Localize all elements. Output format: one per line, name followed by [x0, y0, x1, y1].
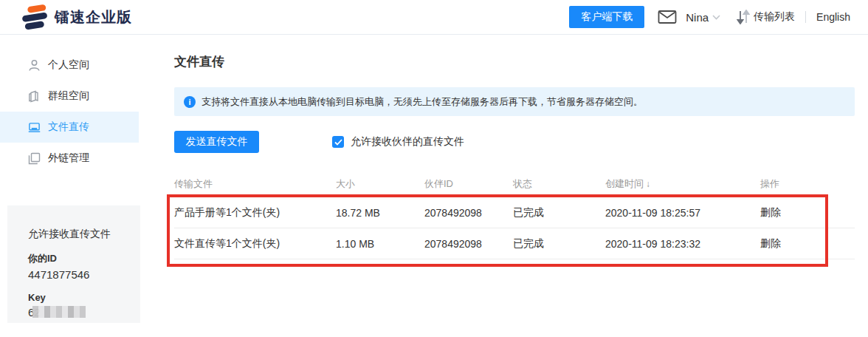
controls-row: 发送直传文件 允许接收伙伴的直传文件 [174, 131, 855, 153]
sidebar-item-group-space[interactable]: 群组空间 [0, 81, 139, 112]
cell-created: 2020-11-09 18:23:32 [605, 238, 760, 250]
delete-link[interactable]: 删除 [760, 237, 855, 251]
info-banner: i 支持将文件直接从本地电脑传输到目标电脑，无须先上传至存储服务器后再下载，节省… [174, 87, 855, 116]
transfer-table: 传输文件 大小 伙伴ID 状态 创建时间↓ 操作 产品手册等1个文件(夹) 18… [174, 170, 855, 259]
sidebar-item-label: 文件直传 [48, 120, 89, 134]
app-window: 镭速企业版 客户端下载 Nina [0, 0, 868, 337]
cell-partner-id: 2078492098 [424, 238, 513, 250]
send-direct-file-button[interactable]: 发送直传文件 [174, 131, 259, 153]
column-header-file: 传输文件 [174, 177, 336, 191]
brand-title: 镭速企业版 [55, 7, 132, 27]
monitor-icon [28, 121, 41, 134]
sort-descending-icon: ↓ [646, 179, 650, 189]
cell-file-name: 产品手册等1个文件(夹) [174, 206, 336, 219]
table-row: 产品手册等1个文件(夹) 18.72 MB 2078492098 已完成 202… [174, 197, 855, 228]
receive-panel-title: 允许接收直传文件 [28, 228, 140, 241]
your-id-value: 4471877546 [28, 268, 140, 281]
cell-partner-id: 2078492098 [424, 207, 513, 219]
sidebar-item-label: 个人空间 [48, 58, 89, 72]
table-row: 文件直传等1个文件(夹) 1.10 MB 2078492098 已完成 2020… [174, 228, 855, 259]
page-title: 文件直传 [174, 53, 855, 70]
transfer-list-button[interactable]: 传输列表 [737, 10, 795, 24]
column-header-status: 状态 [513, 177, 605, 191]
language-switch[interactable]: English [816, 11, 850, 23]
pixelation-blur-overlay [32, 306, 86, 318]
sidebar-nav: 个人空间 群组空间 [0, 35, 139, 174]
transfer-list-label: 传输列表 [754, 10, 795, 24]
allow-receive-checkbox-group[interactable]: 允许接收伙伴的直传文件 [332, 135, 464, 149]
transfer-arrows-icon [737, 10, 750, 24]
your-id-label: 你的ID [28, 252, 140, 265]
main-content: 文件直传 i 支持将文件直接从本地电脑传输到目标电脑，无须先上传至存储服务器后再… [174, 35, 855, 337]
column-header-created[interactable]: 创建时间↓ [605, 177, 760, 191]
sidebar-item-file-direct-transfer[interactable]: 文件直传 [0, 112, 139, 143]
cell-status: 已完成 [513, 237, 605, 251]
link-manage-icon [28, 152, 41, 165]
checkbox-checked[interactable] [332, 136, 344, 148]
delete-link[interactable]: 删除 [760, 206, 855, 219]
brand[interactable]: 镭速企业版 [21, 4, 132, 30]
check-icon [334, 139, 342, 146]
column-header-size: 大小 [336, 177, 424, 191]
sidebar: 个人空间 群组空间 [0, 35, 139, 337]
key-value-blurred: 62 [28, 306, 109, 319]
allow-receive-checkbox-label: 允许接收伙伴的直传文件 [351, 135, 464, 149]
cell-size: 18.72 MB [336, 207, 424, 219]
cell-file-name: 文件直传等1个文件(夹) [174, 237, 336, 251]
column-header-partner-id: 伙伴ID [424, 177, 513, 191]
user-icon [28, 59, 41, 72]
table-header-row: 传输文件 大小 伙伴ID 状态 创建时间↓ 操作 [174, 170, 855, 197]
header-actions: 客户端下载 Nina [569, 6, 850, 28]
sidebar-item-external-link-manage[interactable]: 外链管理 [0, 143, 139, 174]
cell-size: 1.10 MB [336, 238, 424, 250]
chevron-down-icon [712, 15, 720, 20]
user-menu[interactable]: Nina [686, 11, 720, 24]
sidebar-item-label: 群组空间 [48, 89, 89, 103]
receive-info-panel: 允许接收直传文件 你的ID 4471877546 Key 62 [7, 205, 140, 323]
info-icon: i [184, 96, 196, 108]
username: Nina [686, 11, 709, 24]
info-banner-text: 支持将文件直接从本地电脑传输到目标电脑，无须先上传至存储服务器后再下载，节省服务… [202, 95, 643, 109]
top-header: 镭速企业版 客户端下载 Nina [0, 0, 868, 35]
cell-created: 2020-11-09 18:25:57 [605, 207, 760, 219]
sidebar-item-personal-space[interactable]: 个人空间 [0, 50, 139, 81]
key-label: Key [28, 292, 140, 303]
column-header-action: 操作 [760, 177, 855, 191]
client-download-button[interactable]: 客户端下载 [569, 6, 644, 28]
sidebar-item-label: 外链管理 [48, 152, 89, 165]
header-divider [805, 11, 806, 23]
raysync-logo-icon [21, 4, 49, 30]
group-space-icon [28, 90, 41, 103]
cell-status: 已完成 [513, 206, 605, 219]
mail-icon[interactable] [658, 10, 677, 24]
